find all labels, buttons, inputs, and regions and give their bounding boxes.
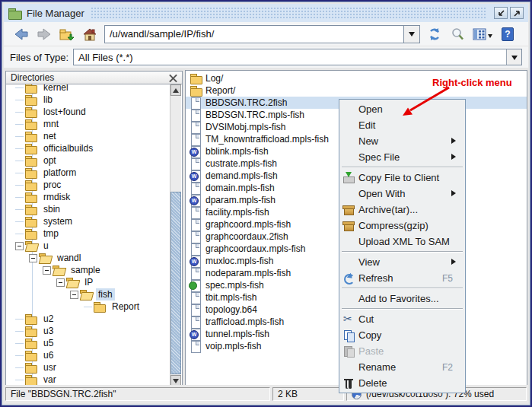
context-menu-item[interactable]: Open [339, 101, 465, 117]
tree-expander-icon[interactable] [14, 130, 24, 142]
tree-item[interactable]: u6 [7, 349, 170, 361]
tree-item[interactable]: lost+found [7, 106, 170, 118]
maximize-button[interactable] [510, 7, 524, 19]
tree-expander-icon[interactable] [14, 313, 24, 325]
context-menu-item[interactable]: Compress(gzip) [339, 218, 465, 234]
tree-expander-icon[interactable] [28, 252, 38, 264]
tree-expander-icon[interactable] [14, 240, 24, 252]
minimize-button[interactable] [494, 7, 508, 19]
context-menu-item[interactable] [342, 308, 463, 310]
tree-expander-icon[interactable] [14, 154, 24, 167]
tree-item[interactable]: tmp [7, 227, 170, 240]
tree-expander-icon[interactable] [14, 337, 24, 349]
context-menu-item[interactable]: Edit [339, 117, 465, 133]
forward-button[interactable] [34, 24, 54, 44]
tree-expander-icon[interactable] [14, 167, 24, 179]
tree-expander-icon[interactable] [83, 300, 93, 313]
tree-expander-icon[interactable] [14, 325, 24, 337]
tree-item[interactable]: u5 [7, 337, 170, 349]
tree-item[interactable]: fish [7, 288, 170, 300]
triangle-up-icon [173, 85, 179, 93]
views-button[interactable] [470, 24, 495, 44]
tree-expander-icon[interactable] [14, 179, 24, 191]
file-type-dropdown-button[interactable] [506, 49, 521, 65]
tree-expander-icon[interactable] [14, 203, 24, 215]
tree-item[interactable]: wandl [7, 252, 170, 264]
tree-expander-icon[interactable] [14, 215, 24, 227]
tree-expander-icon[interactable] [14, 84, 24, 94]
context-menu-item[interactable] [342, 288, 463, 289]
file-icon [190, 316, 202, 328]
context-menu-item[interactable]: Spec File [339, 149, 465, 165]
context-menu-item[interactable]: Refresh F5 [339, 270, 465, 286]
tree-expander-icon[interactable] [14, 361, 24, 374]
tree-item[interactable]: Report [7, 300, 170, 313]
tree-expander-icon[interactable] [42, 264, 52, 276]
context-menu-item[interactable]: Cut [339, 311, 465, 327]
tree-item-label: u [41, 240, 51, 252]
scroll-up-button[interactable] [170, 84, 181, 96]
tree-item[interactable]: system [7, 215, 170, 227]
tree-item[interactable]: rmdisk [7, 191, 170, 203]
tree-scrollbar[interactable] [170, 84, 181, 386]
context-menu-item[interactable]: Rename F2 [339, 359, 465, 375]
context-menu-item[interactable]: Add to Favorites... [339, 291, 465, 307]
tree-item-label: sbin [41, 203, 62, 215]
tree-expander-icon[interactable] [14, 118, 24, 130]
tree-item[interactable]: kernel [7, 84, 170, 94]
context-menu-item[interactable]: View [339, 254, 465, 270]
context-menu-item[interactable]: Paste [339, 343, 465, 359]
tree-expander-icon[interactable] [14, 142, 24, 154]
tree-item[interactable]: mnt [7, 118, 170, 130]
tree-item[interactable]: u2 [7, 313, 170, 325]
help-button[interactable] [498, 24, 518, 44]
tree-item[interactable]: opt [7, 154, 170, 167]
directories-panel: Directories kernel lib [5, 71, 183, 388]
tree-item[interactable]: sbin [7, 203, 170, 215]
tree-expander-icon[interactable] [14, 94, 24, 106]
context-menu-item[interactable]: Copy File to Client [339, 170, 465, 186]
annotation-label: Right-click menu [432, 77, 512, 88]
tree-item[interactable]: proc [7, 179, 170, 191]
tree-item[interactable]: u3 [7, 325, 170, 337]
back-button[interactable] [11, 24, 31, 44]
tree-expander-icon[interactable] [14, 106, 24, 118]
context-menu-item[interactable] [342, 167, 463, 168]
tree-item[interactable]: var [7, 374, 170, 386]
context-menu-item[interactable] [342, 251, 463, 253]
tree-item[interactable]: u [7, 240, 170, 252]
tree-item[interactable]: officialbuilds [7, 142, 170, 154]
search-button[interactable] [448, 24, 467, 44]
tree-expander-icon[interactable] [56, 276, 65, 288]
context-menu-item[interactable]: Copy [339, 327, 465, 343]
close-icon[interactable] [169, 74, 177, 82]
tree-expander-icon[interactable] [14, 374, 24, 386]
menu-item-label: View [358, 256, 380, 268]
context-menu-item[interactable]: Upload XML To SAM [339, 234, 465, 250]
menu-item-icon [342, 103, 355, 116]
context-menu-item[interactable]: Archive(tar)... [339, 202, 465, 218]
address-input[interactable] [104, 25, 403, 43]
tree-expander-icon[interactable] [14, 227, 24, 240]
context-menu-item[interactable]: Delete [339, 375, 465, 391]
tree-item[interactable]: IP [7, 276, 170, 288]
tree-expander-icon[interactable] [14, 191, 24, 203]
file-name: graphcoordaux.2fish [205, 231, 288, 242]
tree-item-label: u2 [41, 313, 56, 325]
scrollbar-thumb[interactable] [170, 192, 181, 374]
file-type-combobox[interactable]: All Files (*.*) [73, 49, 522, 65]
context-menu-item[interactable]: Open With [339, 186, 465, 202]
tree-expander-icon[interactable] [14, 349, 24, 361]
tree-item[interactable]: net [7, 130, 170, 142]
tree-item[interactable]: usr [7, 361, 170, 374]
tree-item[interactable]: lib [7, 94, 170, 106]
home-button[interactable] [80, 24, 100, 44]
address-dropdown-button[interactable] [403, 25, 420, 43]
tree-item[interactable]: platform [7, 167, 170, 179]
context-menu-item[interactable]: New [339, 133, 465, 149]
tree-expander-icon[interactable] [69, 288, 79, 300]
title-bar[interactable]: File Manager [4, 4, 528, 22]
refresh-button[interactable] [425, 24, 444, 44]
up-directory-button[interactable] [57, 24, 77, 44]
tree-item[interactable]: sample [7, 264, 170, 276]
